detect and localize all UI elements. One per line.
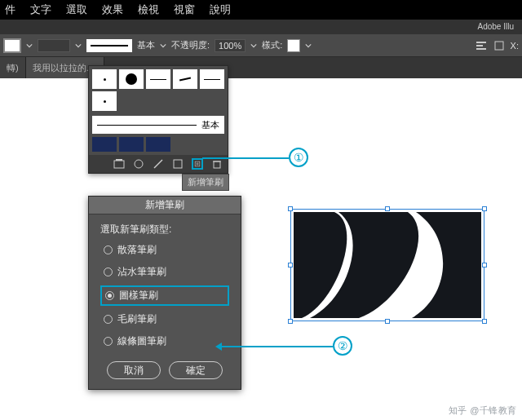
align-icon[interactable] bbox=[475, 39, 488, 52]
brush-swatch[interactable] bbox=[92, 69, 117, 89]
brush-grid bbox=[89, 66, 228, 111]
brush-options-icon[interactable] bbox=[172, 158, 184, 170]
new-brush-dialog: 新增筆刷 選取新筆刷類型: 散落筆刷 沾水筆筆刷 圖樣筆刷 毛刷筆刷 線條圖筆刷… bbox=[88, 196, 241, 390]
brush-thumbs bbox=[92, 137, 224, 152]
selection-handle[interactable] bbox=[288, 319, 293, 324]
svg-rect-1 bbox=[476, 45, 483, 46]
svg-rect-4 bbox=[114, 161, 124, 168]
menu-bar: 件 文字 選取 效果 檢視 視窗 說明 bbox=[0, 0, 522, 20]
dialog-title: 新增筆刷 bbox=[89, 197, 241, 214]
svg-rect-0 bbox=[476, 42, 486, 43]
brush-swatch[interactable] bbox=[146, 69, 170, 89]
option-label: 散落筆刷 bbox=[117, 243, 157, 257]
svg-rect-8 bbox=[174, 160, 182, 168]
cancel-button[interactable]: 取消 bbox=[107, 361, 161, 379]
svg-line-7 bbox=[154, 160, 162, 168]
brush-type-option[interactable]: 毛刷筆刷 bbox=[100, 311, 229, 328]
tab-label: 轉) bbox=[7, 62, 19, 74]
chevron-down-icon[interactable] bbox=[305, 42, 312, 49]
annotation-line bbox=[219, 346, 333, 347]
stroke-swatch[interactable] bbox=[38, 39, 70, 52]
style-swatch[interactable] bbox=[287, 39, 300, 52]
brush-swatch[interactable] bbox=[119, 137, 144, 152]
arrow-left-icon bbox=[215, 343, 222, 351]
svg-rect-12 bbox=[214, 161, 220, 168]
options-bar: 基本 不透明度: 100% 樣式: X: bbox=[0, 34, 522, 57]
brush-type-option[interactable]: 圖樣筆刷 bbox=[100, 285, 229, 306]
radio-icon bbox=[104, 337, 113, 346]
brush-swatch[interactable] bbox=[146, 137, 170, 152]
options-icon[interactable] bbox=[133, 158, 144, 170]
chevron-down-icon[interactable] bbox=[26, 42, 33, 49]
document-tab[interactable]: 轉) bbox=[0, 57, 26, 78]
chevron-down-icon[interactable] bbox=[160, 42, 166, 49]
svg-point-6 bbox=[135, 160, 143, 168]
svg-rect-5 bbox=[116, 159, 122, 161]
svg-rect-3 bbox=[495, 42, 503, 50]
document-tabs: 轉) 我用以拉拉的. × bbox=[0, 57, 522, 78]
brush-swatch[interactable] bbox=[119, 69, 144, 89]
menu-item[interactable]: 文字 bbox=[30, 2, 51, 17]
brush-type-option[interactable]: 散落筆刷 bbox=[100, 241, 229, 259]
brush-swatch[interactable] bbox=[92, 91, 117, 111]
menu-item[interactable]: 說明 bbox=[210, 2, 231, 17]
brush-preview[interactable] bbox=[86, 39, 132, 52]
selection-handle[interactable] bbox=[385, 319, 390, 324]
annotation-line bbox=[202, 157, 289, 159]
ok-button[interactable]: 確定 bbox=[169, 361, 223, 379]
tooltip: 新增筆刷 bbox=[182, 174, 229, 191]
option-label: 毛刷筆刷 bbox=[117, 312, 157, 326]
radio-icon bbox=[104, 315, 113, 324]
menu-item[interactable]: 效果 bbox=[102, 2, 123, 17]
app-title-bar: Adobe Illu bbox=[0, 20, 522, 34]
dialog-prompt: 選取新筆刷類型: bbox=[100, 223, 229, 237]
new-brush-button[interactable] bbox=[192, 158, 203, 170]
fill-swatch[interactable] bbox=[3, 38, 21, 53]
svg-rect-2 bbox=[476, 48, 486, 50]
watermark: 知乎 @千锋教育 bbox=[449, 405, 517, 417]
brush-basic-label: 基本 bbox=[137, 39, 155, 51]
style-label: 樣式: bbox=[262, 39, 282, 51]
brush-basic-row[interactable]: 基本 bbox=[92, 116, 224, 134]
trash-icon[interactable] bbox=[211, 158, 223, 170]
menu-item[interactable]: 選取 bbox=[66, 2, 87, 17]
annotation-badge: ① bbox=[289, 148, 308, 167]
menu-item[interactable]: 視窗 bbox=[174, 2, 195, 17]
selection-handle[interactable] bbox=[482, 319, 487, 324]
option-label: 線條圖筆刷 bbox=[117, 334, 166, 348]
chevron-down-icon[interactable] bbox=[250, 42, 257, 49]
option-label: 圖樣筆刷 bbox=[119, 289, 158, 303]
menu-item[interactable]: 件 bbox=[5, 2, 15, 17]
selection-handle[interactable] bbox=[482, 263, 487, 267]
option-label: 沾水筆筆刷 bbox=[117, 265, 166, 279]
x-label: X: bbox=[511, 41, 519, 51]
selection-handle[interactable] bbox=[288, 263, 293, 267]
brush-type-option[interactable]: 沾水筆筆刷 bbox=[100, 263, 229, 281]
selected-artwork[interactable] bbox=[294, 212, 481, 318]
library-icon[interactable] bbox=[113, 158, 125, 170]
radio-icon bbox=[104, 245, 113, 254]
remove-stroke-icon[interactable] bbox=[153, 158, 164, 170]
opacity-value[interactable]: 100% bbox=[215, 39, 246, 52]
bounding-box bbox=[290, 209, 484, 321]
chevron-down-icon[interactable] bbox=[75, 42, 82, 49]
brush-swatch[interactable] bbox=[173, 69, 197, 89]
selection-handle[interactable] bbox=[385, 206, 390, 211]
brush-type-option[interactable]: 線條圖筆刷 bbox=[100, 333, 229, 350]
brush-basic-label: 基本 bbox=[201, 119, 219, 131]
tab-label: 我用以拉拉的. bbox=[33, 62, 89, 74]
radio-icon bbox=[105, 291, 114, 300]
annotation-badge: ② bbox=[333, 336, 352, 356]
selection-handle[interactable] bbox=[482, 206, 487, 211]
selection-handle[interactable] bbox=[288, 206, 293, 211]
app-name: Adobe Illu bbox=[478, 22, 514, 31]
opacity-label: 不透明度: bbox=[171, 39, 210, 51]
brush-swatch[interactable] bbox=[92, 137, 117, 152]
radio-icon bbox=[104, 267, 113, 276]
brush-swatch[interactable] bbox=[200, 69, 224, 89]
transform-icon[interactable] bbox=[493, 39, 506, 52]
menu-item[interactable]: 檢視 bbox=[138, 2, 159, 17]
